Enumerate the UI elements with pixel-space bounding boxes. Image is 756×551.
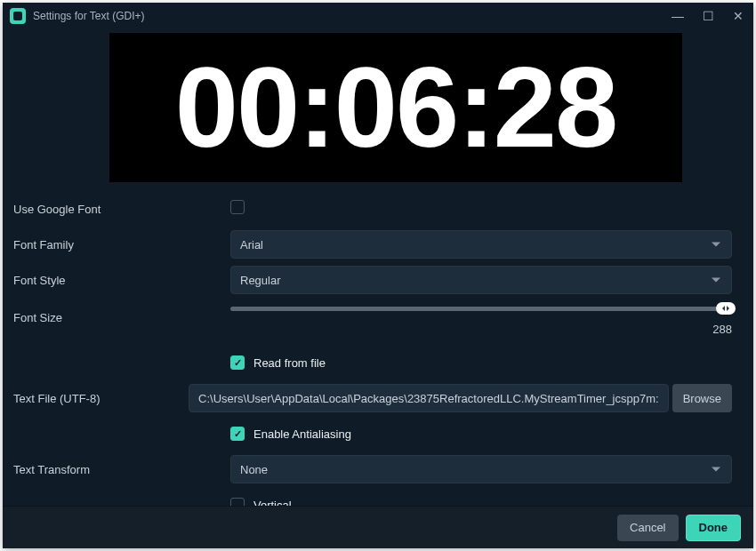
text-transform-label: Text Transform [12, 463, 230, 476]
maximize-button[interactable]: ☐ [700, 9, 716, 23]
titlebar: Settings for Text (GDI+) — ☐ ✕ [3, 3, 753, 29]
enable-antialiasing-checkbox[interactable] [230, 427, 245, 441]
text-file-label: Text File (UTF-8) [12, 392, 189, 405]
font-size-label: Font Size [12, 311, 230, 324]
settings-window: Settings for Text (GDI+) — ☐ ✕ 00:06:28 … [3, 3, 753, 548]
browse-button[interactable]: Browse [672, 384, 732, 412]
font-style-label: Font Style [12, 274, 230, 287]
use-google-font-checkbox[interactable] [230, 200, 245, 214]
font-family-label: Font Family [12, 238, 230, 252]
window-title: Settings for Text (GDI+) [33, 10, 670, 22]
cancel-button[interactable]: Cancel [617, 515, 678, 541]
preview-panel: 00:06:28 [109, 33, 682, 182]
done-button[interactable]: Done [686, 515, 742, 541]
font-size-value: 288 [230, 323, 732, 336]
vertical-checkbox[interactable] [230, 498, 245, 506]
minimize-button[interactable]: — [670, 9, 686, 23]
read-from-file-checkbox[interactable] [230, 355, 245, 370]
slider-thumb-icon[interactable] [716, 302, 736, 315]
close-button[interactable]: ✕ [730, 9, 746, 23]
font-family-select[interactable]: Arial [230, 230, 732, 259]
text-transform-select[interactable]: None [230, 455, 732, 483]
font-size-slider[interactable] [230, 299, 732, 317]
vertical-label: Vertical [253, 499, 292, 507]
read-from-file-label: Read from file [253, 356, 326, 370]
text-file-input[interactable]: C:\Users\User\AppData\Local\Packages\238… [189, 384, 669, 412]
preview-timer-text: 00:06:28 [175, 51, 616, 164]
app-icon [10, 8, 26, 24]
font-style-select[interactable]: Regular [230, 266, 732, 294]
use-google-font-label: Use Google Font [12, 203, 230, 216]
settings-form: Use Google Font Font Family Arial Font S… [3, 186, 753, 506]
enable-antialiasing-label: Enable Antialiasing [253, 427, 351, 441]
dialog-footer: Cancel Done [3, 506, 753, 548]
window-controls: — ☐ ✕ [670, 9, 746, 23]
